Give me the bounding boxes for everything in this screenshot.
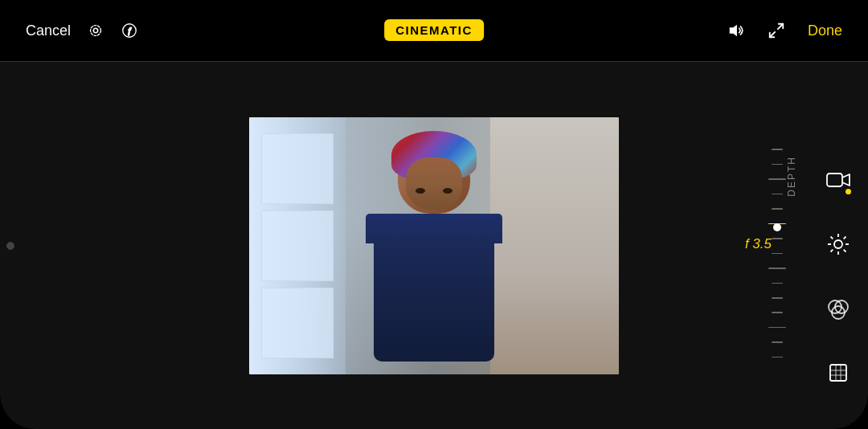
volume-button[interactable] bbox=[727, 22, 745, 39]
active-indicator-dot bbox=[845, 189, 851, 194]
eye-right bbox=[443, 188, 452, 194]
toolbar-separator bbox=[0, 61, 868, 62]
live-photo-icon bbox=[87, 22, 104, 39]
done-button[interactable]: Done bbox=[808, 22, 842, 39]
svg-point-0 bbox=[93, 28, 98, 33]
svg-line-14 bbox=[843, 250, 845, 252]
cinematic-mode-indicator: CINEMATIC bbox=[384, 23, 484, 38]
eye-left bbox=[416, 188, 425, 194]
cinematic-badge: CINEMATIC bbox=[384, 19, 484, 41]
window-pane-3 bbox=[261, 288, 334, 358]
phone-frame: Cancel f CINEMATIC bbox=[0, 0, 868, 429]
subject-person bbox=[362, 143, 506, 362]
window-element bbox=[249, 117, 346, 374]
person-head bbox=[398, 143, 470, 214]
color-filter-tool[interactable] bbox=[821, 291, 856, 326]
volume-icon bbox=[727, 22, 745, 39]
color-filter-icon bbox=[826, 296, 850, 321]
svg-line-6 bbox=[770, 32, 775, 37]
svg-line-15 bbox=[843, 237, 845, 239]
resize-icon bbox=[768, 22, 785, 39]
depth-label: DEPTH bbox=[786, 156, 797, 197]
side-indicator bbox=[6, 242, 14, 250]
toolbar-right: Done bbox=[727, 22, 842, 39]
video-camera-tool[interactable] bbox=[821, 162, 856, 198]
toolbar-left: Cancel f bbox=[26, 22, 138, 39]
svg-rect-20 bbox=[830, 365, 846, 381]
toolbar: Cancel f CINEMATIC bbox=[0, 0, 868, 61]
window-pane-2 bbox=[261, 210, 334, 281]
video-area: f 3.5 DEPTH bbox=[0, 62, 868, 429]
live-photo-button[interactable] bbox=[87, 22, 104, 39]
svg-point-8 bbox=[834, 240, 842, 248]
crop-tool[interactable] bbox=[821, 355, 856, 390]
crop-icon bbox=[826, 361, 850, 385]
depth-slider-container[interactable]: DEPTH bbox=[772, 124, 812, 429]
adjust-icon bbox=[826, 232, 850, 256]
svg-line-5 bbox=[778, 24, 783, 29]
flash-button[interactable]: f bbox=[121, 22, 138, 39]
right-tools bbox=[816, 124, 860, 429]
cancel-button[interactable]: Cancel bbox=[26, 22, 71, 39]
video-content bbox=[249, 117, 619, 374]
video-frame[interactable] bbox=[249, 117, 619, 374]
svg-line-16 bbox=[830, 250, 833, 252]
flash-icon: f bbox=[121, 22, 138, 39]
adjust-tool[interactable] bbox=[821, 227, 856, 262]
person-face bbox=[406, 157, 462, 210]
svg-line-13 bbox=[830, 237, 833, 239]
person-body bbox=[374, 239, 494, 362]
background-wall bbox=[490, 117, 619, 374]
svg-rect-7 bbox=[827, 174, 842, 186]
svg-text:f: f bbox=[129, 27, 132, 35]
window-pane-1 bbox=[261, 133, 334, 204]
resize-button[interactable] bbox=[768, 22, 785, 39]
svg-marker-4 bbox=[730, 25, 737, 37]
svg-point-1 bbox=[91, 26, 101, 36]
